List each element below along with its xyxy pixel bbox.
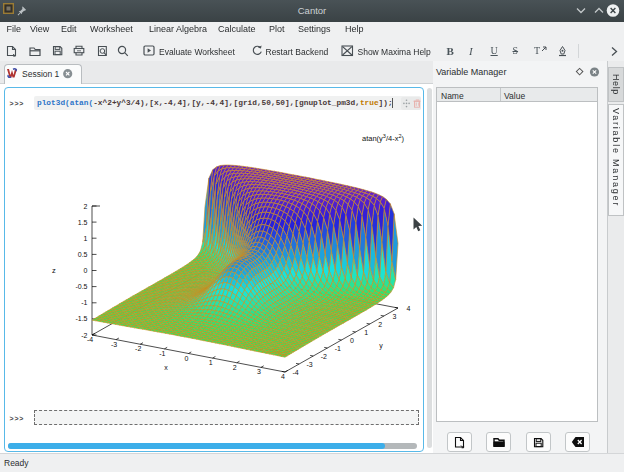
svg-text:y: y xyxy=(379,342,383,350)
svg-text:2: 2 xyxy=(233,364,237,371)
svg-text:1: 1 xyxy=(84,235,88,242)
svg-text:-2: -2 xyxy=(321,353,327,360)
svg-text:0.5: 0.5 xyxy=(78,251,88,258)
svg-text:-1: -1 xyxy=(81,299,87,306)
svg-text:atan(y3/4-x2): atan(y3/4-x2) xyxy=(362,133,405,143)
svg-text:1.5: 1.5 xyxy=(78,219,88,226)
svg-text:4: 4 xyxy=(281,373,285,380)
svg-text:-4: -4 xyxy=(87,336,93,343)
svg-text:3: 3 xyxy=(392,313,396,320)
svg-text:-3: -3 xyxy=(111,341,117,348)
svg-text:-0.5: -0.5 xyxy=(75,283,87,290)
svg-text:-2: -2 xyxy=(135,345,141,352)
svg-text:0: 0 xyxy=(185,355,189,362)
svg-text:-4: -4 xyxy=(292,369,298,376)
svg-text:-3: -3 xyxy=(306,361,312,368)
svg-text:2: 2 xyxy=(84,203,88,210)
svg-text:0: 0 xyxy=(84,267,88,274)
svg-text:2: 2 xyxy=(378,321,382,328)
svg-text:3: 3 xyxy=(257,368,261,375)
svg-text:4: 4 xyxy=(407,305,411,312)
svg-text:1: 1 xyxy=(364,329,368,336)
svg-text:-1: -1 xyxy=(159,350,165,357)
svg-text:0: 0 xyxy=(350,337,354,344)
svg-text:-1: -1 xyxy=(335,345,341,352)
svg-text:x: x xyxy=(164,364,168,371)
svg-text:-1.5: -1.5 xyxy=(75,315,87,322)
svg-text:1: 1 xyxy=(209,359,213,366)
